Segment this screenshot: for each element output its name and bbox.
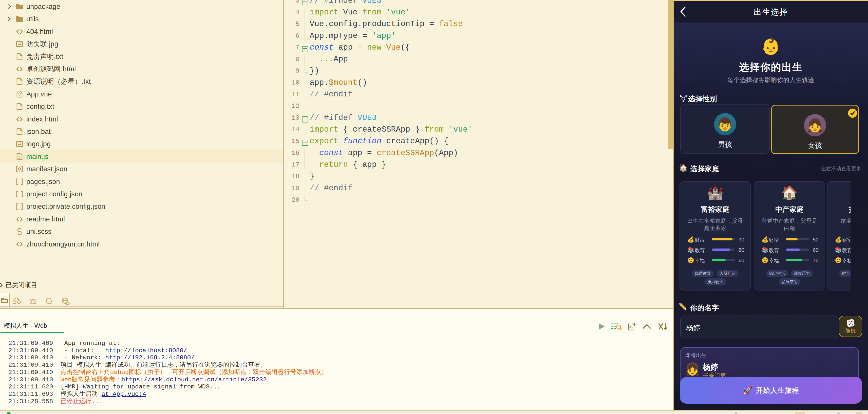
svg-text:J: J xyxy=(19,155,21,160)
svg-text:V: V xyxy=(18,93,21,97)
